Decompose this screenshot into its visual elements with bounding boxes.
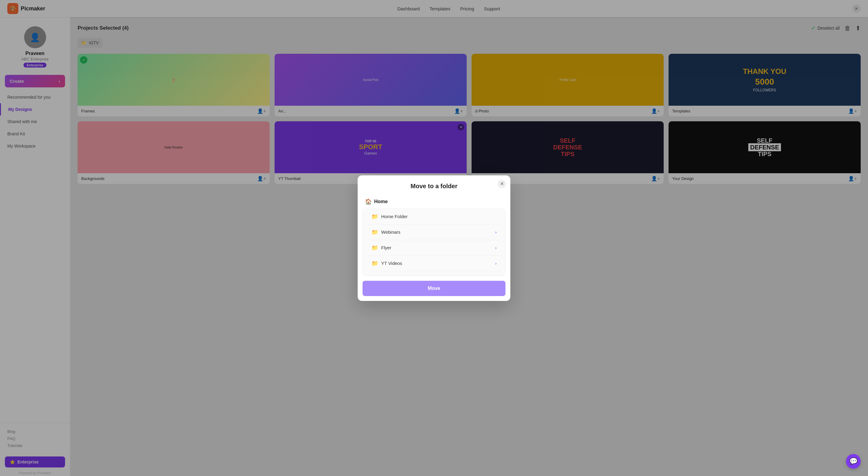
modal-overlay[interactable]: ✕ Move to a folder 🏠 Home 📁 Home Folder … (0, 0, 868, 476)
folder-label: YT Videos (381, 261, 402, 266)
chevron-right-icon: › (495, 261, 497, 266)
chat-bubble-button[interactable]: 💬 (846, 454, 861, 469)
modal-header: Move to a folder (358, 175, 510, 195)
folder-item-home[interactable]: 📁 Home Folder (368, 209, 500, 225)
home-label: Home (374, 199, 388, 204)
folder-icon: 📁 (371, 213, 378, 220)
folder-label: Flyer (381, 245, 391, 250)
folder-item-flyer[interactable]: 📁 Flyer › (368, 240, 500, 256)
folder-item-yt-videos[interactable]: 📁 YT Videos › (368, 256, 500, 271)
home-icon: 🏠 (365, 198, 372, 205)
move-to-folder-modal: ✕ Move to a folder 🏠 Home 📁 Home Folder … (358, 175, 510, 301)
folder-icon: 📁 (371, 260, 378, 267)
modal-close-button[interactable]: ✕ (498, 180, 506, 188)
chevron-right-icon: › (495, 245, 497, 250)
folder-list: 📁 Home Folder 📁 Webinars › 📁 Flyer › (363, 209, 505, 276)
folder-item-random[interactable]: 📁 Random › (368, 271, 500, 276)
move-button[interactable]: Move (363, 281, 505, 296)
folder-icon: 📁 (371, 229, 378, 236)
modal-title: Move to a folder (365, 183, 503, 190)
folder-icon: 📁 (371, 275, 378, 276)
folder-label: Webinars (381, 230, 400, 235)
folder-item-webinars[interactable]: 📁 Webinars › (368, 225, 500, 240)
modal-home: 🏠 Home (358, 195, 510, 209)
folder-icon: 📁 (371, 244, 378, 251)
chevron-right-icon: › (495, 230, 497, 235)
folder-label: Home Folder (381, 214, 408, 219)
